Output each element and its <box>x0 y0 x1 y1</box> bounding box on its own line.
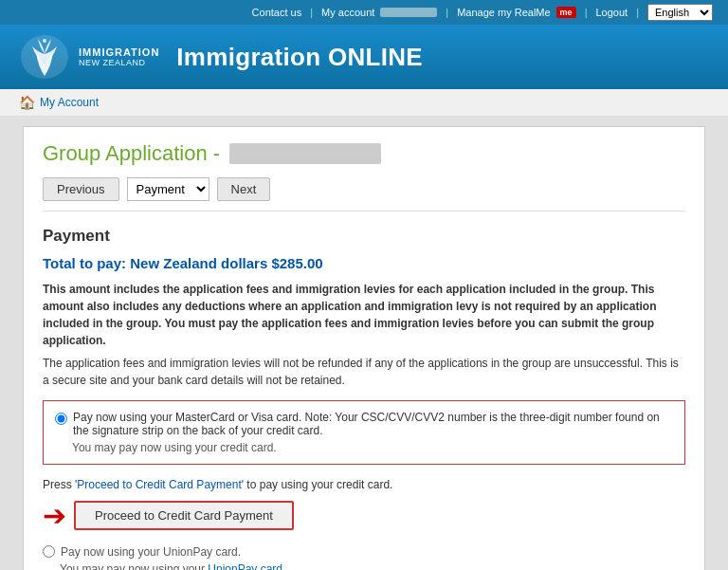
mastercard-radio-label[interactable]: Pay now using your MasterCard or Visa ca… <box>55 411 673 437</box>
unionpay-section: Pay now using your UnionPay card. You ma… <box>43 545 685 570</box>
unionpay-link[interactable]: UnionPay card <box>208 562 282 570</box>
info-bold-text: This amount includes the application fee… <box>43 281 685 349</box>
site-title: Immigration ONLINE <box>176 43 423 72</box>
arrow-wrapper: ➔ Proceed to Credit Card Payment <box>43 499 685 532</box>
page-title-blur <box>229 143 381 164</box>
mastercard-label-text: Pay now using your MasterCard or Visa ca… <box>73 411 673 437</box>
main-wrapper: Group Application - Previous Payment Ove… <box>0 117 728 570</box>
manage-link[interactable]: Manage my RealMe <box>457 7 550 18</box>
fern-logo-icon <box>19 33 71 81</box>
breadcrumb: 🏠 My Account <box>0 89 728 117</box>
navigation-bar: Previous Payment Overview Submit Next <box>43 177 685 211</box>
account-blur <box>380 8 437 17</box>
my-account-link[interactable]: My account <box>321 7 374 18</box>
separator3: | <box>585 7 588 18</box>
svg-point-1 <box>43 39 46 43</box>
contact-link[interactable]: Contact us <box>252 7 302 18</box>
info-normal-text: The application fees and immigration lev… <box>43 355 685 389</box>
unionpay-label-text: Pay now using your UnionPay card. <box>61 545 241 559</box>
next-button[interactable]: Next <box>217 177 271 201</box>
home-icon[interactable]: 🏠 <box>19 95 35 110</box>
mastercard-option-box: Pay now using your MasterCard or Visa ca… <box>43 400 685 465</box>
separator1: | <box>310 7 313 18</box>
unionpay-radio-label[interactable]: Pay now using your UnionPay card. <box>43 545 685 559</box>
proceed-credit-note: Press 'Proceed to Credit Card Payment' t… <box>43 478 685 491</box>
language-select[interactable]: English Chinese Korean <box>647 4 713 21</box>
separator2: | <box>446 7 448 18</box>
mastercard-sub-label: You may pay now using your credit card. <box>72 441 673 454</box>
proceed-credit-section: Press 'Proceed to Credit Card Payment' t… <box>43 478 685 532</box>
unionpay-sub-label: You may pay now using your UnionPay card… <box>60 562 685 570</box>
breadcrumb-my-account[interactable]: My Account <box>40 96 99 109</box>
realme-icon: me <box>556 7 576 18</box>
top-navigation: Contact us | My account | Manage my Real… <box>0 0 728 25</box>
content-box: Group Application - Previous Payment Ove… <box>23 126 705 570</box>
separator4: | <box>636 7 639 18</box>
red-arrow-icon: ➔ <box>43 499 66 532</box>
proceed-credit-button[interactable]: Proceed to Credit Card Payment <box>74 501 294 530</box>
section-heading: Payment <box>43 227 685 246</box>
header-logo-row: IMMIGRATION NEW ZEALAND Immigration ONLI… <box>0 25 728 89</box>
previous-button[interactable]: Previous <box>43 177 119 201</box>
page-title: Group Application - <box>43 141 685 166</box>
mastercard-radio[interactable] <box>55 413 67 425</box>
page-title-text: Group Application - <box>43 141 220 166</box>
unionpay-radio[interactable] <box>43 545 55 558</box>
total-pay: Total to pay: New Zealand dollars $285.0… <box>43 255 685 271</box>
logout-link[interactable]: Logout <box>595 7 628 18</box>
step-dropdown[interactable]: Payment Overview Submit <box>127 177 209 201</box>
total-pay-text: Total to pay: New Zealand dollars $285.0… <box>43 255 323 271</box>
logo-brand: IMMIGRATION NEW ZEALAND <box>79 46 159 67</box>
